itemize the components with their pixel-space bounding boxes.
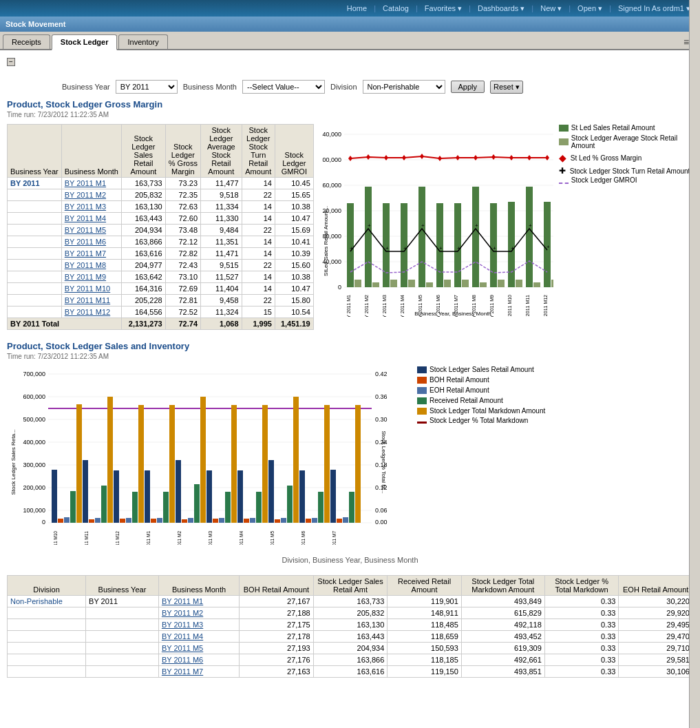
business-month-label: Business Month bbox=[183, 83, 237, 91]
gm-avg-stock: 11,351 bbox=[201, 236, 242, 248]
settings-icon[interactable]: ≡ bbox=[683, 37, 689, 48]
svg-rect-109 bbox=[52, 470, 57, 523]
svg-text:+: + bbox=[385, 245, 389, 251]
btcol-boh: BOH Retail Amount bbox=[240, 576, 314, 596]
nav-dashboards[interactable]: Dashboards ▾ bbox=[474, 3, 529, 14]
gm-table-row: BY 2011 M7 163,616 72.82 11,471 14 10.39 bbox=[8, 248, 314, 260]
gm-turn: 15 bbox=[242, 306, 275, 318]
nav-favorites[interactable]: Favorites ▾ bbox=[421, 3, 466, 14]
btcol-eoh: EOH Retail Amount bbox=[619, 576, 693, 596]
gm-month[interactable]: BY 2011 M6 bbox=[61, 236, 121, 248]
gm-gm: 72.43 bbox=[165, 260, 200, 271]
svg-text:BY 2011 M2: BY 2011 M2 bbox=[364, 295, 369, 317]
gm-gmroi: 10.54 bbox=[275, 306, 313, 318]
col-header-avg-stock: Stock Ledger Average Stock Retail Amount bbox=[201, 125, 242, 178]
legend2-label-boh: BOH Retail Amount bbox=[429, 376, 489, 384]
collapse-button[interactable]: − bbox=[7, 58, 15, 66]
scrollbar[interactable] bbox=[689, 0, 700, 728]
col-header-gm: Stock Ledger % Gross Margin bbox=[165, 125, 200, 178]
gm-month[interactable]: BY 2011 M12 bbox=[61, 306, 121, 318]
bt-month[interactable]: BY 2011 M2 bbox=[158, 607, 239, 619]
svg-rect-137 bbox=[225, 492, 231, 523]
gm-gm: 73.48 bbox=[165, 225, 200, 236]
svg-rect-134 bbox=[206, 470, 212, 523]
gm-turn: 14 bbox=[242, 201, 275, 213]
svg-text:+: + bbox=[421, 222, 425, 229]
tab-inventory[interactable]: Inventory bbox=[118, 34, 167, 49]
business-month-select[interactable]: --Select Value-- bbox=[242, 80, 325, 94]
bt-pct-markdown: 0.33 bbox=[544, 654, 619, 666]
svg-text:BY 2011 M12: BY 2011 M12 bbox=[115, 531, 120, 545]
bt-month[interactable]: BY 2011 M5 bbox=[158, 643, 239, 654]
tab-stock-ledger[interactable]: Stock Ledger bbox=[52, 34, 118, 50]
business-year-select[interactable]: BY 2011 bbox=[116, 80, 178, 94]
gm-gm: 73.10 bbox=[165, 271, 200, 283]
nav-open[interactable]: Open ▾ bbox=[573, 3, 606, 14]
gm-month[interactable]: BY 2011 M10 bbox=[61, 283, 121, 295]
gm-month[interactable]: BY 2011 M1 bbox=[61, 178, 121, 189]
reset-button[interactable]: Reset ▾ bbox=[490, 81, 523, 94]
legend2-eoh: EOH Retail Amount bbox=[417, 386, 545, 394]
legend-item-gm-pct: ◆ St Led % Gross Margin bbox=[559, 152, 693, 163]
bt-month[interactable]: BY 2011 M7 bbox=[158, 666, 239, 678]
svg-text:600,000: 600,000 bbox=[23, 393, 45, 400]
gm-month[interactable]: BY 2011 M11 bbox=[61, 295, 121, 306]
gross-margin-title: Product, Stock Ledger Gross Margin bbox=[7, 99, 693, 110]
bt-received: 118,659 bbox=[388, 631, 462, 643]
gm-month[interactable]: BY 2011 M9 bbox=[61, 271, 121, 283]
legend2-received: Received Retail Amount bbox=[417, 397, 545, 404]
legend-item-sales: St Led Sales Retail Amount bbox=[559, 124, 693, 132]
legend2-label-sales: Stock Ledger Sales Retail Amount bbox=[429, 366, 534, 373]
svg-text:+: + bbox=[368, 222, 371, 229]
bt-month[interactable]: BY 2011 M6 bbox=[158, 654, 239, 666]
gm-by bbox=[8, 283, 62, 295]
nav-catalog[interactable]: Catalog bbox=[379, 3, 413, 14]
gm-avg-stock: 9,458 bbox=[201, 295, 242, 306]
nav-new[interactable]: New ▾ bbox=[536, 3, 566, 14]
division-label: Division bbox=[330, 83, 357, 91]
gm-avg-stock: 11,334 bbox=[201, 201, 242, 213]
gm-month[interactable]: BY 2011 M8 bbox=[61, 260, 121, 271]
svg-text:+: + bbox=[529, 222, 532, 229]
svg-rect-158 bbox=[355, 405, 361, 523]
bt-month[interactable]: BY 2011 M4 bbox=[158, 631, 239, 643]
gm-by bbox=[8, 295, 62, 306]
legend-label-turn: Stock Ledger Stock Turn Retail Amount bbox=[570, 167, 690, 175]
bt-pct-markdown: 0.33 bbox=[544, 596, 619, 607]
gm-avg-stock: 11,471 bbox=[201, 248, 242, 260]
svg-rect-114 bbox=[83, 460, 88, 523]
svg-rect-139 bbox=[237, 470, 243, 523]
bt-eoh: 29,495 bbox=[619, 619, 693, 631]
nav-signed-in[interactable]: Signed In As ordm1 ▾ bbox=[614, 3, 694, 14]
gm-month[interactable]: BY 2011 M7 bbox=[61, 248, 121, 260]
gm-month[interactable]: BY 2011 M5 bbox=[61, 225, 121, 236]
gm-total-gmroi: 1,451.19 bbox=[275, 318, 313, 330]
gm-month[interactable]: BY 2011 M2 bbox=[61, 189, 121, 201]
svg-rect-42 bbox=[533, 282, 540, 287]
svg-rect-127 bbox=[163, 492, 169, 523]
bt-month[interactable]: BY 2011 M1 bbox=[158, 596, 239, 607]
legend2-label-pct-markdown: Stock Ledger % Total Markdown bbox=[429, 417, 528, 424]
gm-gmroi: 10.41 bbox=[275, 236, 313, 248]
gm-month[interactable]: BY 2011 M4 bbox=[61, 213, 121, 225]
gm-avg-stock: 9,518 bbox=[201, 189, 242, 201]
legend2-color-markdown bbox=[417, 408, 427, 415]
gm-total-sales: 2,131,273 bbox=[121, 318, 165, 330]
gm-by bbox=[8, 260, 62, 271]
nav-home[interactable]: Home bbox=[343, 3, 371, 14]
svg-rect-29 bbox=[418, 187, 425, 287]
svg-rect-34 bbox=[462, 280, 469, 287]
bt-sales: 205,832 bbox=[313, 607, 388, 619]
gm-table-row: BY 2011 M9 163,642 73.10 11,527 14 10.38 bbox=[8, 271, 314, 283]
division-select[interactable]: Non-Perishable bbox=[363, 80, 445, 94]
svg-text:0.42: 0.42 bbox=[375, 371, 388, 377]
gm-avg-stock: 9,515 bbox=[201, 260, 242, 271]
btcol-month: Business Month bbox=[158, 576, 239, 596]
bt-month[interactable]: BY 2011 M3 bbox=[158, 619, 239, 631]
gm-month[interactable]: BY 2011 M3 bbox=[61, 201, 121, 213]
svg-rect-113 bbox=[76, 404, 82, 523]
apply-button[interactable]: Apply bbox=[451, 81, 485, 93]
col-header-sales: Stock Ledger Sales Retail Amount bbox=[121, 125, 165, 178]
gm-sales: 163,733 bbox=[121, 178, 165, 189]
tab-receipts[interactable]: Receipts bbox=[3, 34, 50, 49]
